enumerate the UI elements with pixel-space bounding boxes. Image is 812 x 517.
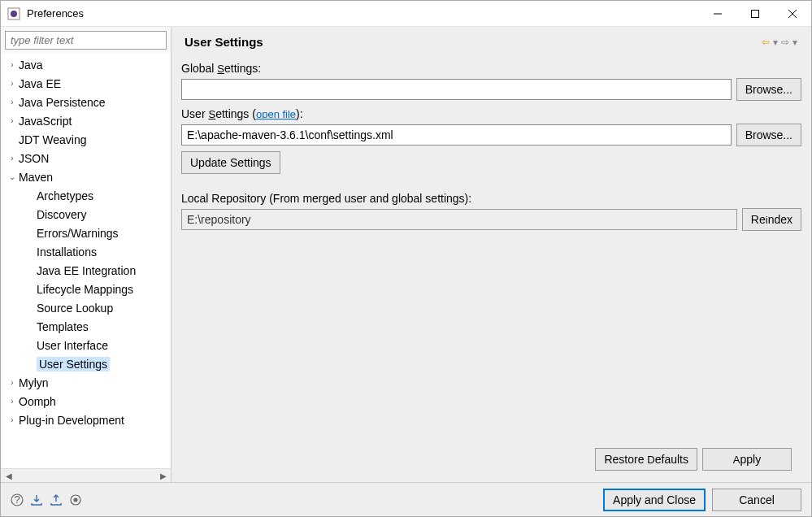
chevron-right-icon[interactable]: › xyxy=(6,116,19,125)
tree-item-label: Plug-in Development xyxy=(19,414,124,427)
open-file-link[interactable]: open file xyxy=(256,108,296,120)
tree-item-java[interactable]: ›Java xyxy=(1,55,171,74)
page-nav: ⇦ ▾ ⇨ ▾ xyxy=(761,37,798,48)
nav-forward-icon[interactable]: ⇨ xyxy=(780,37,790,48)
record-icon[interactable] xyxy=(69,493,82,506)
tree-item-label: Java xyxy=(19,59,43,72)
tree-item-label: Maven xyxy=(19,171,53,184)
window-controls xyxy=(699,1,811,26)
tree-item-label: Mylyn xyxy=(19,376,49,389)
update-settings-button[interactable]: Update Settings xyxy=(181,151,280,174)
reindex-button[interactable]: Reindex xyxy=(742,208,801,231)
content-panel: User Settings ⇦ ▾ ⇨ ▾ Global Settings: B… xyxy=(172,27,811,482)
nav-back-icon[interactable]: ⇦ xyxy=(761,37,771,48)
local-repo-input xyxy=(181,209,737,230)
tree-item-java-ee-integration[interactable]: Java EE Integration xyxy=(1,261,171,280)
tree-item-user-settings[interactable]: User Settings xyxy=(1,354,171,373)
scroll-right-icon[interactable]: ▶ xyxy=(157,471,169,480)
page-title: User Settings xyxy=(185,35,761,49)
global-settings-label: Global Settings: xyxy=(181,62,801,75)
chevron-right-icon[interactable]: › xyxy=(6,397,19,406)
horizontal-scrollbar[interactable]: ◀ ▶ xyxy=(1,468,171,482)
tree-item-discovery[interactable]: Discovery xyxy=(1,205,171,224)
tree-item-errors-warnings[interactable]: Errors/Warnings xyxy=(1,224,171,242)
bottom-bar: ? Apply and Close Cancel xyxy=(1,482,811,516)
user-browse-button[interactable]: Browse... xyxy=(736,124,801,146)
user-settings-label: User Settings (open file): xyxy=(181,107,801,120)
svg-point-9 xyxy=(74,497,78,502)
tree-item-label: Lifecycle Mappings xyxy=(37,283,133,296)
user-settings-input[interactable] xyxy=(181,124,732,146)
tree-item-label: Source Lookup xyxy=(37,302,113,315)
tree-item-label: Errors/Warnings xyxy=(37,227,119,240)
chevron-right-icon[interactable]: › xyxy=(6,378,19,387)
tree-item-label: User Settings xyxy=(37,357,110,371)
window-title: Preferences xyxy=(27,7,699,20)
local-repo-label: Local Repository (From merged user and g… xyxy=(181,192,801,205)
tree-item-mylyn[interactable]: ›Mylyn xyxy=(1,373,171,392)
scroll-left-icon[interactable]: ◀ xyxy=(2,471,15,480)
svg-point-1 xyxy=(11,11,17,17)
chevron-right-icon[interactable]: › xyxy=(6,415,19,424)
tree-item-label: User Interface xyxy=(37,339,108,352)
titlebar: Preferences xyxy=(1,1,811,27)
svg-rect-3 xyxy=(752,10,759,17)
apply-and-close-button[interactable]: Apply and Close xyxy=(603,489,706,511)
global-browse-button[interactable]: Browse... xyxy=(736,78,801,101)
tree-item-json[interactable]: ›JSON xyxy=(1,149,171,167)
tree-item-plug-in-development[interactable]: ›Plug-in Development xyxy=(1,411,171,429)
chevron-right-icon[interactable]: › xyxy=(6,154,19,163)
tree-item-label: Oomph xyxy=(19,395,56,408)
tree-item-installations[interactable]: Installations xyxy=(1,242,171,261)
tree-item-label: Discovery xyxy=(37,208,86,221)
tree-item-jdt-weaving[interactable]: JDT Weaving xyxy=(1,130,171,149)
tree-item-oomph[interactable]: ›Oomph xyxy=(1,392,171,411)
tree-item-archetypes[interactable]: Archetypes xyxy=(1,186,171,205)
tree-item-label: Java Persistence xyxy=(19,96,106,109)
cancel-button[interactable]: Cancel xyxy=(712,489,801,511)
tree-item-label: JSON xyxy=(19,152,49,165)
restore-defaults-button[interactable]: Restore Defaults xyxy=(595,448,697,471)
tree-item-label: Java EE Integration xyxy=(37,264,136,277)
chevron-right-icon[interactable]: › xyxy=(6,79,19,88)
tree-item-label: Archetypes xyxy=(37,189,93,202)
preferences-tree[interactable]: ›Java›Java EE›Java Persistence›JavaScrip… xyxy=(1,54,171,431)
tree-item-label: Java EE xyxy=(19,77,61,90)
app-icon xyxy=(7,7,20,20)
tree-item-javascript[interactable]: ›JavaScript xyxy=(1,111,171,130)
sidebar: ›Java›Java EE›Java Persistence›JavaScrip… xyxy=(1,27,172,482)
chevron-right-icon[interactable]: › xyxy=(6,60,19,69)
tree-item-label: Installations xyxy=(37,245,97,258)
global-settings-input[interactable] xyxy=(181,79,732,100)
tree-item-label: JavaScript xyxy=(19,115,72,128)
chevron-right-icon[interactable]: › xyxy=(6,98,19,106)
nav-back-dropdown-icon[interactable]: ▾ xyxy=(772,37,779,48)
import-icon[interactable] xyxy=(30,493,43,506)
chevron-down-icon[interactable]: ⌄ xyxy=(6,172,19,181)
tree-item-templates[interactable]: Templates xyxy=(1,317,171,336)
tree-item-java-persistence[interactable]: ›Java Persistence xyxy=(1,93,171,111)
tree-item-maven[interactable]: ⌄Maven xyxy=(1,167,171,186)
maximize-button[interactable] xyxy=(736,1,774,26)
help-icon[interactable]: ? xyxy=(11,493,24,506)
tree-item-label: Templates xyxy=(37,320,89,333)
nav-forward-dropdown-icon[interactable]: ▾ xyxy=(792,37,798,48)
svg-text:?: ? xyxy=(14,493,20,506)
tree-item-source-lookup[interactable]: Source Lookup xyxy=(1,298,171,317)
tree-item-java-ee[interactable]: ›Java EE xyxy=(1,74,171,93)
tree-item-lifecycle-mappings[interactable]: Lifecycle Mappings xyxy=(1,280,171,298)
tree-item-label: JDT Weaving xyxy=(19,133,87,146)
export-icon[interactable] xyxy=(50,493,63,506)
tree-item-user-interface[interactable]: User Interface xyxy=(1,336,171,354)
filter-input[interactable] xyxy=(5,31,167,50)
minimize-button[interactable] xyxy=(699,1,736,26)
apply-button[interactable]: Apply xyxy=(702,448,792,471)
close-button[interactable] xyxy=(774,1,811,26)
